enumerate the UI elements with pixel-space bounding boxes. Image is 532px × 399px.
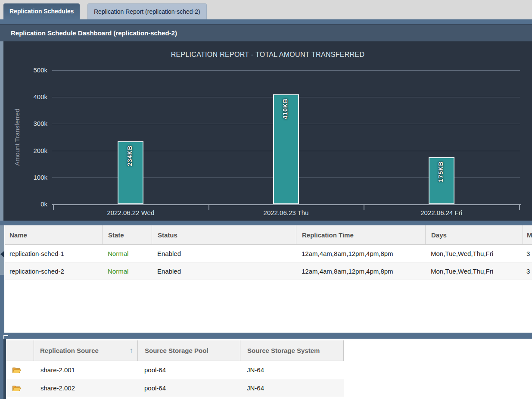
left-splitter-strip-lower[interactable] [0,275,4,339]
x-axis-category-label: 2022.06.24 Fri [364,209,519,217]
bar-value-label: 234KB [126,145,133,166]
source-storage-system: JN-64 [240,361,344,379]
schedule-status: Enabled [152,262,296,280]
y-axis-tick-label: 100k [11,173,47,182]
column-header-source-storage-pool[interactable]: Source Storage Pool [137,340,240,361]
column-header-days[interactable]: Days [425,225,523,244]
column-header-replication-time[interactable]: Replication Time [296,225,425,244]
replication-source: share-2.002 [34,379,137,397]
y-axis-tick-label: 300k [11,119,47,128]
replication-source: share-2.001 [34,361,137,379]
schedule-clipped-value: 3 [523,245,532,262]
y-axis-title: Amount Transferred [4,70,29,204]
y-axis-tick-label: 400k [11,93,47,101]
bottom-panel-band [0,333,532,339]
column-header-replication-source[interactable]: Replication Source ↑ [34,340,137,361]
schedules-table-header: Name State Status Replication Time Days … [5,225,532,245]
y-axis-tick-label: 500k [11,66,47,75]
schedule-replication-time: 12am,4am,8am,12pm,4pm,8pm [296,262,425,280]
source-storage-pool: pool-64 [137,379,240,397]
left-gutter [0,41,3,221]
resize-grip-icon[interactable] [3,335,8,339]
tab-replication-report[interactable]: Replication Report (replication-sched-2) [87,3,207,19]
bar-value-label: 175KB [437,161,444,182]
scroll-left-icon[interactable] [0,251,4,257]
folder-icon [12,366,21,374]
sources-table-header: Replication Source ↑ Source Storage Pool… [6,340,344,361]
column-header-state[interactable]: State [102,225,152,244]
schedule-state: Normal [102,262,152,280]
chart-panel: REPLICATION REPORT - TOTAL AMOUNT TRANSF… [3,41,532,221]
schedule-status: Enabled [152,245,296,262]
column-header-label: Replication Source [40,347,99,354]
left-splitter-strip[interactable] [0,225,4,275]
column-header-clipped[interactable]: M [523,225,532,244]
table-row[interactable]: replication-sched-1 Normal Enabled 12am,… [5,245,532,262]
x-axis-tick [519,204,520,210]
replication-sources-table: Replication Source ↑ Source Storage Pool… [6,340,344,397]
chart-bottom-band [0,221,532,225]
panel-top-band [0,19,532,24]
schedule-clipped-value: 3 [523,262,532,280]
column-header-source-storage-system[interactable]: Source Storage System [240,340,344,361]
x-axis-category-label: 2022.06.23 Thu [208,209,364,217]
row-icon-cell [6,361,34,379]
column-header-icon [6,340,34,361]
column-header-status[interactable]: Status [152,225,296,244]
source-storage-system: JN-64 [240,379,344,397]
source-storage-pool: pool-64 [137,361,240,379]
table-row[interactable]: share-2.001 pool-64 JN-64 [6,361,344,379]
table-row[interactable]: replication-sched-2 Normal Enabled 12am,… [5,262,532,280]
schedule-days: Mon,Tue,Wed,Thu,Fri [425,245,523,262]
schedules-table: Name State Status Replication Time Days … [5,225,532,280]
x-axis-line [52,204,521,205]
dashboard-title: Replication Schedule Dashboard (replicat… [11,29,177,37]
gridline [52,70,520,71]
bar-value-label: 410KB [282,98,289,119]
tab-replication-schedules[interactable]: Replication Schedules [3,3,80,19]
schedule-name: replication-sched-1 [5,245,102,262]
x-axis-category-label: 2022.06.22 Wed [53,209,208,217]
chart-title: REPLICATION REPORT - TOTAL AMOUNT TRANSF… [3,51,532,59]
application-window: Replication Schedules Replication Report… [0,0,532,399]
y-axis-tick-label: 0k [11,200,47,209]
schedule-days: Mon,Tue,Wed,Thu,Fri [425,262,523,280]
schedule-name: replication-sched-2 [5,262,102,280]
tab-bar: Replication Schedules Replication Report… [0,0,532,19]
y-axis-title-text: Amount Transferred [13,109,21,166]
table-row[interactable]: share-2.002 pool-64 JN-64 [6,379,344,397]
row-icon-cell [6,379,34,397]
y-axis-tick-label: 200k [11,147,47,155]
sort-ascending-icon[interactable]: ↑ [130,346,134,355]
bottom-left-gutter [0,339,3,399]
column-header-name[interactable]: Name [5,225,102,244]
schedule-state: Normal [102,245,152,262]
dashboard-header: Replication Schedule Dashboard (replicat… [0,24,532,41]
folder-icon [12,384,21,392]
schedule-replication-time: 12am,4am,8am,12pm,4pm,8pm [296,245,425,262]
